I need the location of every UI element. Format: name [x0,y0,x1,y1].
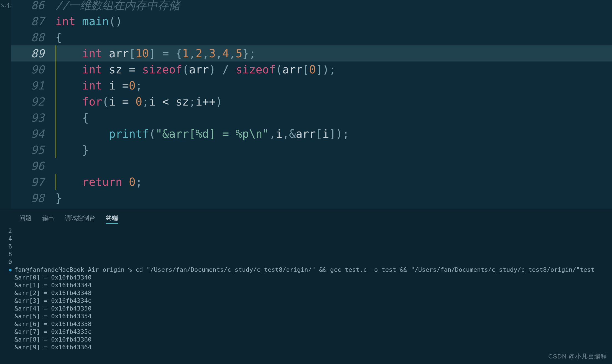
code-editor[interactable]: 86//一维数组在内存中存储87int main()88{89 int arr[… [11,0,612,209]
terminal-prompt: fan@fanfandeMacBook-Air origin % cd "/Us… [8,266,604,274]
code-line[interactable]: 90 int sz = sizeof(arr) / sizeof(arr[0])… [11,61,612,78]
line-number: 91 [11,78,50,94]
terminal-line: 0 [8,258,604,266]
panel-tab-问题[interactable]: 问题 [19,213,32,224]
terminal-output[interactable]: 24680fan@fanfandeMacBook-Air origin % cd… [0,226,612,364]
terminal-line: &arr[6] = 0x16fb43358 [8,320,604,328]
code-text: int main() [50,13,122,29]
prompt-text: fan@fanfandeMacBook-Air origin % cd "/Us… [14,266,604,274]
code-text: } [50,190,62,206]
line-number: 90 [11,61,50,78]
code-text: int arr[10] = {1,2,3,4,5}; [50,45,256,61]
sidebar-tab[interactable]: S.j… [0,2,11,9]
watermark: CSDN @小凡喜编程 [548,352,607,361]
panel-tab-输出[interactable]: 输出 [42,213,54,224]
code-text: //一维数组在内存中存储 [50,0,180,13]
editor-area: S.j… 86//一维数组在内存中存储87int main()88{89 int… [0,0,612,209]
code-text: int sz = sizeof(arr) / sizeof(arr[0]); [50,61,336,78]
panel-tabs: 问题输出调试控制台终端 [0,209,612,226]
line-number: 89 [11,45,50,61]
bottom-panel: 问题输出调试控制台终端 24680fan@fanfandeMacBook-Air… [0,209,612,364]
code-line[interactable]: 95 } [11,142,612,158]
line-number: 87 [11,13,50,29]
terminal-line: &arr[9] = 0x16fb43364 [8,344,604,351]
line-number: 88 [11,29,50,45]
terminal-line: &arr[4] = 0x16fb43350 [8,305,604,312]
code-line[interactable]: 96 [11,158,612,174]
line-number: 93 [11,110,50,126]
terminal-line: 6 [8,243,604,250]
terminal-line: &arr[5] = 0x16fb43354 [8,312,604,320]
code-text: int i =0; [50,78,142,94]
terminal-line: &arr[7] = 0x16fb4335c [8,328,604,336]
line-number: 86 [11,0,50,13]
code-line[interactable]: 91 int i =0; [11,78,612,94]
code-line[interactable]: 86//一维数组在内存中存储 [11,0,612,13]
code-line[interactable]: 97 return 0; [11,174,612,190]
code-line[interactable]: 87int main() [11,13,612,29]
code-text: return 0; [50,174,142,190]
code-text: { [50,110,89,126]
line-number: 94 [11,126,50,142]
prompt-dot-icon [9,269,12,271]
terminal-line: 2 [8,227,604,235]
terminal-line: 4 [8,235,604,243]
code-text: { [50,29,62,45]
line-number: 98 [11,190,50,206]
code-line[interactable]: 94 printf("&arr[%d] = %p\n",i,&arr[i]); [11,126,612,142]
line-number: 92 [11,94,50,110]
code-text: for(i = 0;i < sz;i++) [50,94,222,110]
code-line[interactable]: 93 { [11,110,612,126]
panel-tab-终端[interactable]: 终端 [106,213,118,224]
terminal-line: &arr[1] = 0x16fb43344 [8,281,604,289]
line-number: 96 [11,158,50,174]
line-number: 95 [11,142,50,158]
terminal-line: &arr[3] = 0x16fb4334c [8,297,604,305]
open-editors-sidebar: S.j… [0,0,11,209]
terminal-line: &arr[0] = 0x16fb43340 [8,274,604,281]
terminal-line: &arr[2] = 0x16fb43348 [8,289,604,297]
code-text: printf("&arr[%d] = %p\n",i,&arr[i]); [50,126,349,142]
code-line[interactable]: 88{ [11,29,612,45]
code-line[interactable]: 89 int arr[10] = {1,2,3,4,5}; [11,45,612,61]
terminal-line: &arr[8] = 0x16fb43360 [8,336,604,344]
line-number: 97 [11,174,50,190]
code-text: } [50,142,89,158]
terminal-line: 8 [8,250,604,258]
code-line[interactable]: 92 for(i = 0;i < sz;i++) [11,94,612,110]
panel-tab-调试控制台[interactable]: 调试控制台 [65,213,95,224]
code-line[interactable]: 98} [11,190,612,206]
